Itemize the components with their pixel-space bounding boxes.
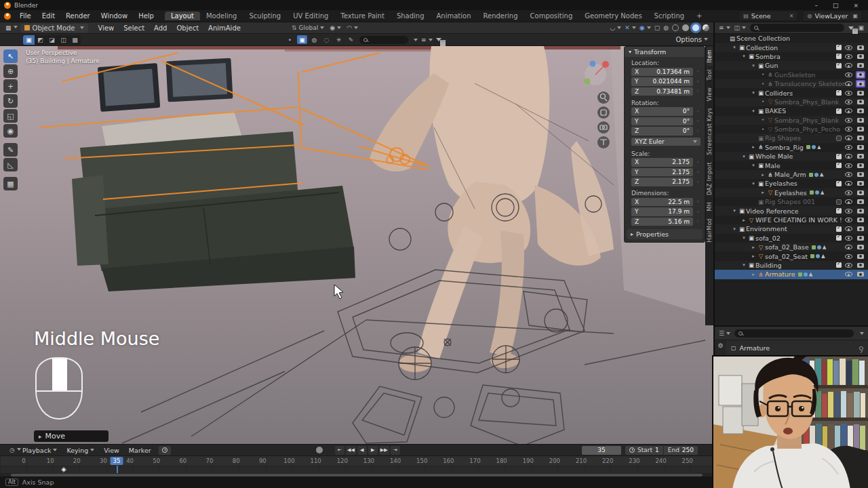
number-field[interactable]: Z 0.73481 m [631,87,693,96]
expand-arrow-icon[interactable]: ▾ [741,262,747,268]
tool-setting-icon[interactable]: ◍ [309,35,319,44]
solid-shading-icon[interactable] [682,24,689,31]
visibility-eye-icon[interactable] [845,100,852,104]
object-name[interactable]: WIFE CHEATING IN WORK ! ! ! - P [755,216,842,224]
tool-button[interactable]: ◺ [3,158,18,171]
timeline-menu-item[interactable]: Keying [62,447,99,454]
visibility-eye-icon[interactable] [845,163,852,168]
frame-end-field[interactable]: End 250 [664,446,698,455]
rotation-mode-dropdown[interactable]: XYZ Euler [631,138,701,146]
snap-target-icon[interactable]: ✕ [625,24,636,31]
viewport-menu-item[interactable]: Object [172,24,203,32]
visibility-eye-icon[interactable] [845,136,852,140]
outliner-row[interactable]: ▸ Male_Arm [715,170,868,179]
selection-mode-icon[interactable]: ◫ [58,35,69,45]
outliner-row[interactable]: ▸ sofa_02_Base [715,243,868,251]
wireframe-shading-icon[interactable] [672,24,679,31]
decorator-icon[interactable] [695,179,701,185]
transport-button[interactable]: ⇥ [391,446,400,455]
exclude-checkbox[interactable] [836,163,842,168]
expand-arrow-icon[interactable]: ▾ [750,63,757,68]
object-name[interactable]: sofa_02 [755,235,781,242]
render-visibility-icon[interactable] [856,134,865,142]
object-name[interactable]: Whole Male [755,152,793,160]
visibility-eye-icon[interactable] [845,108,852,113]
outliner-display-mode-icon[interactable]: ◫ [734,24,747,31]
frame-start-field[interactable]: Start 1 [625,446,663,455]
visibility-eye-icon[interactable] [845,54,852,59]
selection-mode-icon[interactable]: ▣ [23,35,35,45]
object-name[interactable]: Male [765,162,781,169]
outliner-row[interactable]: ▸ WIFE CHEATING IN WORK ! ! ! - P [715,216,868,224]
number-field[interactable]: X 22.5 m [631,198,693,207]
visibility-eye-icon[interactable] [845,73,852,77]
number-field[interactable]: Z 2.175 [631,178,693,186]
exclude-checkbox[interactable] [836,154,842,159]
show-overlays-icon[interactable]: ◍ [663,24,669,31]
render-visibility-icon[interactable] [856,225,865,232]
visibility-eye-icon[interactable] [845,209,852,214]
outliner-row[interactable]: ▾ Collection [715,43,868,52]
render-visibility-icon[interactable] [856,62,865,69]
visibility-eye-icon[interactable] [845,118,852,123]
exclude-checkbox[interactable] [836,108,842,114]
pin-icon[interactable] [859,346,863,350]
expand-arrow-icon[interactable]: ▾ [741,235,747,241]
expand-arrow-icon[interactable]: ▸ [741,218,747,223]
sidebar-tab[interactable]: DAZ Import [707,159,713,199]
expand-arrow-icon[interactable]: ▾ [750,108,757,114]
workspace-tab[interactable]: Scripting [648,12,690,20]
exclude-checkbox[interactable] [836,45,842,50]
material-preview-icon[interactable] [692,24,699,31]
visibility-eye-icon[interactable] [845,181,852,186]
exclude-checkbox[interactable] [836,136,842,141]
expand-arrow-icon[interactable]: ▾ [731,45,738,50]
decorator-icon[interactable] [695,79,701,85]
close-button[interactable]: × [853,2,859,9]
maximize-button[interactable]: □ [833,2,839,9]
expand-arrow-icon[interactable]: • [760,72,766,77]
workspace-tab[interactable]: + [690,12,708,20]
outliner-row[interactable]: • GunSkeleton [715,70,868,79]
outliner-row[interactable]: • Translucency Skeleton [715,79,868,88]
expand-arrow-icon[interactable]: ▾ [741,54,747,59]
decorator-icon[interactable] [695,218,701,224]
exclude-checkbox[interactable] [836,226,842,232]
visibility-eye-icon[interactable] [845,63,852,68]
tool-setting-icon[interactable]: ▣ [297,35,307,44]
3d-viewport[interactable]: User Perspective (35) Building | Armatur… [0,46,713,444]
decorator-icon[interactable] [695,88,701,94]
render-visibility-icon[interactable] [856,53,865,60]
tool-setting-icon[interactable]: ◌ [321,35,332,44]
outliner-row[interactable]: ▾ Building [715,261,868,270]
selection-mode-icon[interactable]: ▩ [69,35,81,45]
unlink-icon[interactable]: × [789,13,794,19]
ts-list-icon[interactable]: ≡ [421,37,433,43]
outliner-row[interactable]: ▾ Whole Male [715,152,868,161]
number-field[interactable]: Z 0° [631,127,693,136]
selection-mode-icon[interactable]: ◩ [35,35,46,45]
object-name[interactable]: Video Reference [746,207,798,215]
decorator-icon[interactable] [695,128,701,134]
outliner-row[interactable]: Scene Collection [715,34,868,43]
expand-arrow-icon[interactable]: ▸ [750,245,757,250]
current-frame-field[interactable]: 35 [582,446,621,455]
minimize-button[interactable]: – [814,2,818,9]
exclude-checkbox[interactable] [836,208,842,214]
decorator-icon[interactable] [695,199,701,205]
outliner-row[interactable]: ▸ Armature [715,270,868,279]
outliner-search[interactable] [750,24,844,32]
render-visibility-icon[interactable] [856,125,865,133]
selection-mode-icon[interactable]: ◪ [46,35,58,45]
rendered-shading-icon[interactable] [703,24,709,31]
menu-item[interactable]: Help [133,12,159,20]
playhead[interactable]: 35 [111,457,123,465]
render-visibility-icon[interactable] [856,270,865,278]
object-name[interactable]: Eyelashes [765,180,797,187]
visibility-eye-icon[interactable] [845,226,852,231]
outliner-editor-icon[interactable]: ≡ [719,24,730,31]
outliner-row[interactable]: ▸ sofa_02_Seat [715,251,868,260]
render-visibility-icon[interactable] [856,180,865,187]
menu-item[interactable]: Window [96,12,133,20]
expand-arrow-icon[interactable]: ▸ [750,144,757,150]
